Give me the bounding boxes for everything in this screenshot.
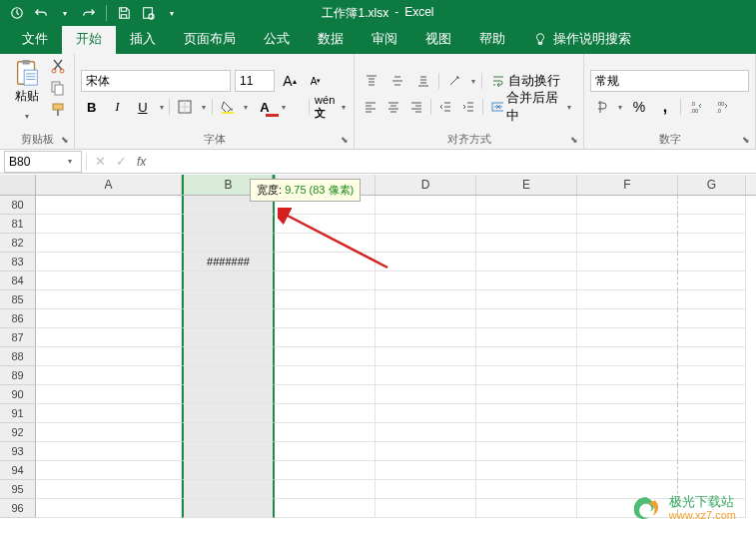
comma-button[interactable]: , (654, 96, 676, 118)
cell[interactable] (275, 309, 376, 328)
cell[interactable] (182, 328, 275, 347)
cell[interactable] (275, 366, 376, 385)
tab-formula[interactable]: 公式 (250, 24, 304, 54)
align-bottom-button[interactable] (412, 70, 434, 92)
format-painter-icon[interactable] (50, 102, 66, 118)
row-header-81[interactable]: 81 (0, 215, 36, 234)
cell[interactable] (182, 290, 275, 309)
select-all-corner[interactable] (0, 175, 36, 195)
row-header-90[interactable]: 90 (0, 385, 36, 404)
cell[interactable] (577, 290, 678, 309)
cell[interactable] (376, 423, 476, 442)
italic-button[interactable]: I (107, 96, 129, 118)
cell[interactable] (182, 234, 275, 253)
cell[interactable] (36, 385, 182, 404)
cell[interactable] (275, 423, 376, 442)
cell[interactable] (36, 328, 182, 347)
align-top-button[interactable] (361, 70, 382, 92)
cell[interactable] (182, 366, 275, 385)
cell[interactable] (577, 253, 678, 271)
cell[interactable] (275, 215, 376, 234)
cell[interactable] (577, 196, 678, 215)
cell[interactable] (376, 290, 476, 309)
cell[interactable] (476, 423, 577, 442)
tell-me-search[interactable]: 操作说明搜索 (519, 24, 645, 54)
name-box-dropdown-icon[interactable]: ▾ (63, 157, 77, 166)
cell[interactable] (678, 404, 746, 423)
border-button[interactable] (174, 96, 196, 118)
cell[interactable] (476, 290, 577, 309)
cell[interactable] (577, 215, 678, 234)
row-header-85[interactable]: 85 (0, 290, 36, 309)
col-header-F[interactable]: F (577, 175, 678, 195)
cell[interactable] (476, 366, 577, 385)
increase-font-button[interactable]: A▴ (279, 70, 301, 92)
row-header-88[interactable]: 88 (0, 347, 36, 366)
row-header-95[interactable]: 95 (0, 480, 36, 499)
cell[interactable] (678, 366, 746, 385)
row-header-89[interactable]: 89 (0, 366, 36, 385)
cell[interactable] (376, 404, 476, 423)
cell[interactable] (678, 347, 746, 366)
underline-dropdown-icon[interactable]: ▾ (158, 96, 166, 118)
font-size-select[interactable] (235, 70, 275, 92)
cell[interactable] (678, 461, 746, 480)
cell[interactable] (275, 271, 376, 290)
percent-button[interactable]: % (628, 96, 650, 118)
cell[interactable] (476, 271, 577, 290)
cell[interactable] (577, 234, 678, 253)
cell[interactable] (182, 423, 275, 442)
cell[interactable] (36, 366, 182, 385)
cell[interactable]: ####### (182, 253, 275, 271)
cell[interactable] (376, 461, 476, 480)
align-middle-button[interactable] (386, 70, 408, 92)
cell[interactable] (476, 328, 577, 347)
cell[interactable] (182, 404, 275, 423)
font-color-dropdown-icon[interactable]: ▾ (280, 96, 288, 118)
tab-layout[interactable]: 页面布局 (170, 24, 250, 54)
cell[interactable] (476, 385, 577, 404)
phonetic-dropdown-icon[interactable]: ▾ (340, 96, 348, 118)
name-box[interactable]: B80 ▾ (4, 151, 82, 173)
phonetic-button[interactable]: wén文 (314, 96, 336, 118)
tab-home[interactable]: 开始 (62, 24, 116, 54)
cut-icon[interactable] (50, 58, 66, 74)
align-launcher[interactable]: ⬊ (568, 134, 580, 146)
align-right-button[interactable] (407, 96, 426, 118)
cell[interactable] (182, 385, 275, 404)
cell[interactable] (376, 215, 476, 234)
cell[interactable] (36, 347, 182, 366)
row-header-86[interactable]: 86 (0, 309, 36, 328)
grid-body[interactable]: ####### (36, 196, 756, 518)
number-launcher[interactable]: ⬊ (740, 134, 752, 146)
cell[interactable] (577, 271, 678, 290)
cell[interactable] (476, 215, 577, 234)
cell[interactable] (577, 347, 678, 366)
save-icon[interactable] (117, 6, 131, 20)
cell[interactable] (476, 347, 577, 366)
cell[interactable] (476, 499, 577, 518)
print-preview-icon[interactable] (141, 6, 155, 20)
tab-view[interactable]: 视图 (411, 24, 465, 54)
cell[interactable] (182, 461, 275, 480)
bold-button[interactable]: B (81, 96, 103, 118)
clipboard-launcher[interactable]: ⬊ (59, 134, 71, 146)
tab-insert[interactable]: 插入 (116, 24, 170, 54)
cell[interactable] (275, 234, 376, 253)
cell[interactable] (36, 215, 182, 234)
undo-dropdown-icon[interactable]: ▾ (58, 6, 72, 20)
formula-bar-input[interactable] (154, 151, 756, 173)
cell[interactable] (376, 234, 476, 253)
cell[interactable] (36, 404, 182, 423)
cell[interactable] (275, 442, 376, 461)
cell[interactable] (577, 366, 678, 385)
col-header-E[interactable]: E (476, 175, 577, 195)
cell[interactable] (182, 480, 275, 499)
col-header-G[interactable]: G (678, 175, 746, 195)
cell[interactable] (476, 461, 577, 480)
row-header-80[interactable]: 80 (0, 196, 36, 215)
cell[interactable] (275, 253, 376, 271)
cell[interactable] (476, 196, 577, 215)
font-launcher[interactable]: ⬊ (339, 134, 351, 146)
cell[interactable] (678, 423, 746, 442)
